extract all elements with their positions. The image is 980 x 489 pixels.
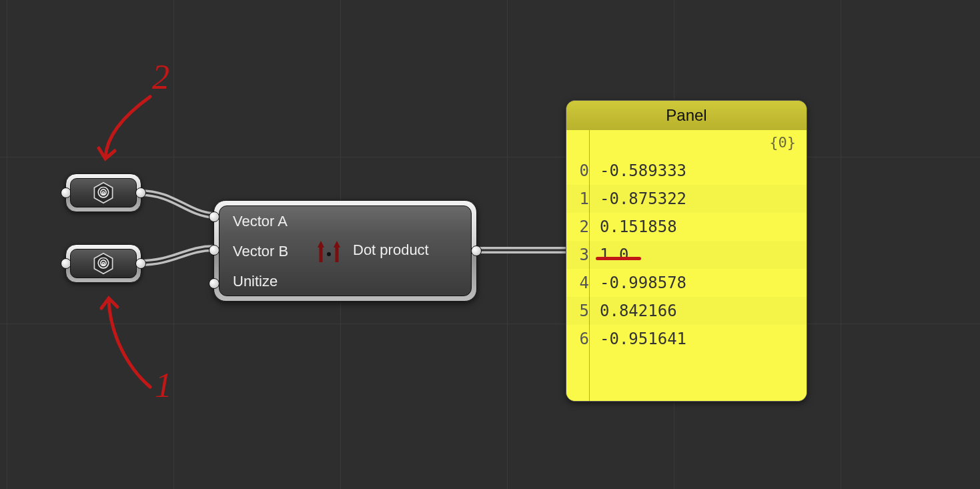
input-port-vector-b[interactable] bbox=[209, 245, 219, 256]
input-port-unitize[interactable] bbox=[209, 278, 219, 289]
svg-marker-0 bbox=[94, 183, 112, 203]
output-label: Dot product bbox=[353, 241, 429, 259]
panel-path-header: {0} bbox=[769, 134, 796, 151]
output-port[interactable] bbox=[135, 258, 146, 269]
panel-title: Panel bbox=[566, 101, 807, 131]
annotation-label-2: 2 bbox=[152, 57, 169, 97]
input-label-unitize: Unitize bbox=[233, 273, 278, 290]
param-node-b[interactable] bbox=[65, 244, 141, 283]
panel-row: 31.0 bbox=[566, 241, 807, 269]
svg-marker-3 bbox=[318, 241, 324, 248]
param-body bbox=[70, 178, 137, 207]
canvas-grid bbox=[0, 0, 980, 489]
annotation-underline bbox=[596, 257, 641, 260]
input-label-b: Vector B bbox=[233, 243, 288, 260]
panel-row: 1-0.875322 bbox=[566, 185, 807, 213]
component-body: Vector A Vector B Unitize Dot product bbox=[219, 205, 472, 296]
output-port-dot[interactable] bbox=[471, 246, 482, 256]
input-port-vector-a[interactable] bbox=[209, 211, 219, 222]
annotation-label-1: 1 bbox=[155, 366, 172, 405]
input-label-a: Vector A bbox=[233, 213, 288, 230]
spiral-hex-icon bbox=[92, 252, 115, 275]
panel-body: {0} 0-0.589333 1-0.875322 20.151858 31.0… bbox=[566, 130, 807, 401]
svg-marker-5 bbox=[334, 241, 340, 248]
grasshopper-canvas[interactable]: Vector A Vector B Unitize Dot product Pa… bbox=[0, 0, 980, 489]
panel-row: 0-0.589333 bbox=[566, 157, 807, 185]
svg-point-6 bbox=[327, 252, 331, 256]
panel-row: 50.842166 bbox=[566, 297, 807, 325]
panel-row: 4-0.998578 bbox=[566, 269, 807, 297]
param-body bbox=[70, 249, 137, 278]
panel-rows: 0-0.589333 1-0.875322 20.151858 31.0 4-0… bbox=[566, 157, 807, 353]
panel-row: 6-0.951641 bbox=[566, 325, 807, 353]
dot-product-component[interactable]: Vector A Vector B Unitize Dot product bbox=[213, 200, 477, 302]
panel-component[interactable]: Panel {0} 0-0.589333 1-0.875322 20.15185… bbox=[566, 100, 807, 402]
panel-row: 20.151858 bbox=[566, 213, 807, 241]
svg-marker-1 bbox=[94, 254, 112, 274]
dot-product-icon bbox=[313, 238, 345, 268]
output-port[interactable] bbox=[135, 187, 146, 198]
spiral-hex-icon bbox=[92, 181, 115, 204]
param-node-a[interactable] bbox=[65, 173, 141, 212]
